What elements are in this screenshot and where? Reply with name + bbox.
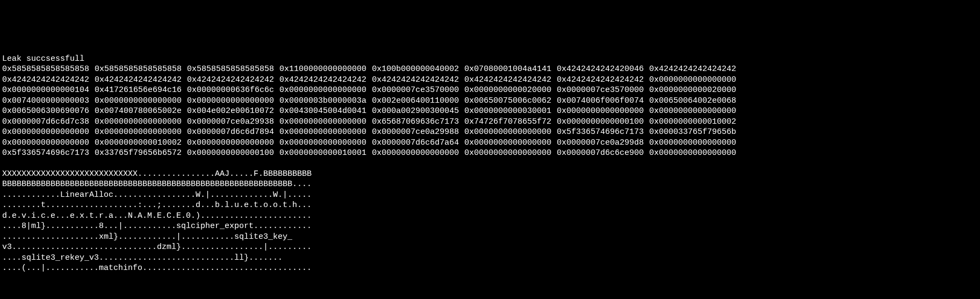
hex-dump: 0x58585858585858580x58585858585858580x58… (2, 64, 978, 159)
hex-value: 0x0000000000000000 (649, 106, 736, 117)
hex-value: 0x0000007d6c6d7894 (187, 127, 274, 138)
hex-value: 0x4242424242424242 (649, 64, 736, 75)
hex-value: 0x0000007d6c6ce900 (557, 148, 644, 159)
hex-value: 0x0074000000000003 (2, 96, 89, 106)
hex-value: 0x0000007ce3570000 (372, 85, 459, 96)
hex-value: 0x0000000000020000 (464, 85, 551, 96)
hex-value: 0x0000007ce0a299d8 (557, 138, 644, 148)
hex-value: 0x0000000000000000 (279, 138, 366, 148)
hex-value: 0x0000000000030001 (464, 106, 551, 117)
hex-value: 0x4242424242424242 (279, 75, 366, 86)
hex-value: 0x4242424242420046 (557, 64, 644, 75)
hex-value: 0x0000000000000000 (557, 106, 644, 117)
hex-value: 0x4242424242424242 (187, 75, 274, 86)
ascii-line: BBBBBBBBBBBBBBBBBBBBBBBBBBBBBBBBBBBBBBBB… (2, 179, 978, 190)
hex-value: 0x07080001004a4141 (464, 64, 551, 75)
ascii-line: d.e.v.i.c.e...e.x.t.r.a...N.A.M.E.C.E.0.… (2, 211, 978, 222)
hex-value: 0x0000000000000100 (187, 148, 274, 159)
hex-value: 0x0000000000000100 (557, 117, 644, 127)
hex-value: 0x00000000636f6c6c (187, 85, 274, 96)
hex-value: 0x417261656e694c16 (95, 85, 182, 96)
hex-value: 0x0000000000000000 (464, 138, 551, 148)
hex-value: 0x0000000000010001 (279, 148, 366, 159)
hex-value: 0x0074006f006f0074 (557, 96, 644, 106)
hex-value: 0x4242424242424242 (372, 75, 459, 86)
hex-value: 0x4242424242424242 (464, 75, 551, 86)
ascii-line: ....(...|...........matchinfo...........… (2, 263, 978, 274)
ascii-line: ....................xml}............|...… (2, 232, 978, 243)
hex-value: 0x4242424242424242 (95, 75, 182, 86)
hex-value: 0x0000000000010002 (649, 117, 736, 127)
hex-value: 0x00650064002e0068 (649, 96, 736, 106)
hex-row: 0x58585858585858580x58585858585858580x58… (2, 64, 978, 75)
hex-value: 0x5858585858585858 (95, 64, 182, 75)
ascii-line: ............LinearAlloc.................… (2, 190, 978, 201)
ascii-line: ........t...................:...;.......… (2, 200, 978, 211)
hex-value: 0x0000000000020000 (649, 85, 736, 96)
hex-value: 0x0000007ce3570000 (557, 85, 644, 96)
hex-value: 0x1100000000000000 (279, 64, 366, 75)
hex-row: 0x00650063006900760x007400780065002e0x00… (2, 106, 978, 117)
hex-value: 0x0000000000000000 (464, 148, 551, 159)
hex-value: 0x000a002900300045 (372, 106, 459, 117)
terminal-output: Leak succsessfull0x58585858585858580x585… (2, 43, 978, 284)
hex-value: 0x5f336574696c7173 (557, 127, 644, 138)
hex-value: 0x0000000000000000 (2, 138, 89, 148)
hex-value: 0x00650075006c0062 (464, 96, 551, 106)
hex-row: 0x5f336574696c71730x33765f79656b65720x00… (2, 148, 978, 159)
hex-value: 0x0000000000000000 (2, 127, 89, 138)
hex-value: 0x0000000000000000 (464, 127, 551, 138)
hex-value: 0x0000000000000000 (187, 138, 274, 148)
hex-row: 0x00000000000000000x00000000000100020x00… (2, 138, 978, 148)
hex-value: 0x0000007d6c6d7c38 (2, 117, 89, 127)
hex-value: 0x0000000000000000 (279, 85, 366, 96)
hex-value: 0x0000000000000000 (95, 96, 182, 106)
hex-value: 0x0000000000000000 (649, 75, 736, 86)
hex-value: 0x0000007d6c6d7a64 (372, 138, 459, 148)
hex-value: 0x0065006300690076 (2, 106, 89, 117)
hex-value: 0x0000000000000000 (187, 96, 274, 106)
hex-value: 0x0000000000000000 (279, 127, 366, 138)
hex-value: 0x0000000000000000 (649, 148, 736, 159)
hex-value: 0x33765f79656b6572 (95, 148, 182, 159)
hex-value: 0x100b000000040002 (372, 64, 459, 75)
hex-value: 0x5858585858585858 (187, 64, 274, 75)
hex-value: 0x5f336574696c7173 (2, 148, 89, 159)
ascii-line: ....sqlite3_rekey_v3....................… (2, 253, 978, 264)
hex-value: 0x004e002e00610072 (187, 106, 274, 117)
hex-value: 0x74726f7078655f72 (464, 117, 551, 127)
hex-value: 0x0000000000000000 (95, 127, 182, 138)
hex-value: 0x5858585858585858 (2, 64, 89, 75)
hex-value: 0x0000007ce0a29988 (372, 127, 459, 138)
hex-value: 0x0000003b0000003a (279, 96, 366, 106)
hex-row: 0x42424242424242420x42424242424242420x42… (2, 75, 978, 86)
ascii-line: v3..............................dzml}...… (2, 242, 978, 253)
ascii-dump: XXXXXXXXXXXXXXXXXXXXXXXXXXXX............… (2, 169, 978, 274)
hex-row: 0x0000007d6c6d7c380x00000000000000000x00… (2, 117, 978, 127)
hex-value: 0x4242424242424242 (2, 75, 89, 86)
hex-value: 0x0000000000010002 (95, 138, 182, 148)
hex-value: 0x0000000000000000 (372, 148, 459, 159)
ascii-line: XXXXXXXXXXXXXXXXXXXXXXXXXXXX............… (2, 169, 978, 180)
hex-value: 0x65687069636c7173 (372, 117, 459, 127)
hex-value: 0x00430045004d0041 (279, 106, 366, 117)
hex-row: 0x00000000000000000x00000000000000000x00… (2, 127, 978, 138)
hex-value: 0x0000000000000000 (279, 117, 366, 127)
hex-value: 0x0000000000000000 (649, 138, 736, 148)
leak-header: Leak succsessfull (2, 54, 978, 65)
hex-value: 0x0000007ce0a29938 (187, 117, 274, 127)
hex-row: 0x00000000000001040x417261656e694c160x00… (2, 85, 978, 96)
hex-value: 0x0000000000000104 (2, 85, 89, 96)
hex-value: 0x002e006400110000 (372, 96, 459, 106)
ascii-line: ....8|ml}...........8...|...........sqlc… (2, 221, 978, 232)
hex-value: 0x007400780065002e (95, 106, 182, 117)
hex-value: 0x4242424242424242 (557, 75, 644, 86)
hex-value: 0x0000000000000000 (95, 117, 182, 127)
hex-value: 0x000033765f79656b (649, 127, 736, 138)
hex-row: 0x00740000000000030x00000000000000000x00… (2, 96, 978, 106)
